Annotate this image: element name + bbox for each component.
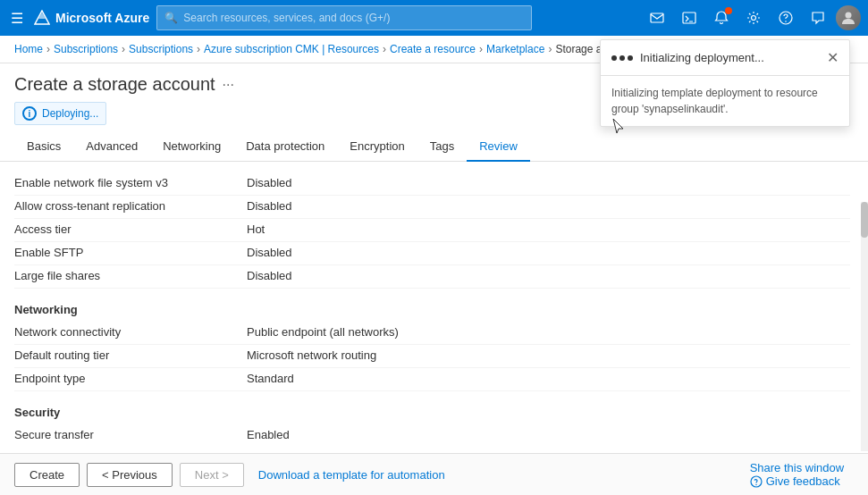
page-title: Create a storage account	[14, 74, 215, 95]
section-security: Security Secure transfer Enabled Allow s…	[14, 406, 850, 444]
notification-icon-btn[interactable]	[707, 4, 736, 32]
automation-template-link[interactable]: Download a template for automation	[258, 468, 445, 482]
setting-row-access-tier: Access tier Hot	[14, 219, 850, 242]
setting-row-nfs: Enable network file system v3 Disabled	[14, 172, 850, 196]
notification-dots	[611, 55, 633, 61]
breadcrumb-sep-2: ›	[122, 43, 125, 55]
search-bar[interactable]: 🔍 Search resources, services, and docs (…	[156, 5, 532, 30]
hamburger-icon[interactable]: ☰	[7, 6, 27, 30]
setting-value-replication: Disabled	[247, 199, 292, 213]
settings-icon	[746, 11, 761, 25]
tab-encryption[interactable]: Encryption	[337, 132, 417, 162]
user-avatar[interactable]	[836, 5, 861, 30]
azure-logo: Microsoft Azure	[34, 10, 149, 26]
setting-label-secure-transfer: Secure transfer	[14, 428, 247, 441]
setting-label-sftp: Enable SFTP	[14, 246, 247, 259]
setting-value-routing: Microsoft network routing	[247, 348, 376, 362]
search-icon: 🔍	[164, 12, 178, 24]
svg-rect-0	[651, 13, 663, 22]
notification-body: Initializing template deployment to reso…	[601, 76, 849, 126]
setting-row-connectivity: Network connectivity Public endpoint (al…	[14, 322, 850, 345]
breadcrumb-sep-3: ›	[197, 43, 200, 55]
notification-header: Initializing deployment... ✕	[601, 40, 849, 76]
breadcrumb-subscriptions-1[interactable]: Subscriptions	[54, 43, 118, 55]
settings-icon-btn[interactable]	[739, 4, 768, 32]
next-button[interactable]: Next >	[180, 463, 244, 487]
networking-heading: Networking	[14, 303, 850, 316]
setting-label-access-tier: Access tier	[14, 222, 247, 236]
setting-value-access-tier: Hot	[247, 222, 265, 236]
scrollbar-track[interactable]	[861, 202, 868, 451]
notif-dot-3	[628, 55, 633, 61]
tab-review[interactable]: Review	[467, 132, 530, 162]
setting-row-large-files: Large file shares Disabled	[14, 265, 850, 289]
tab-advanced[interactable]: Advanced	[73, 132, 150, 162]
breadcrumb-sep-5: ›	[479, 43, 483, 55]
tab-networking[interactable]: Networking	[150, 132, 233, 162]
scrollbar-thumb[interactable]	[861, 202, 868, 238]
section-networking: Networking Network connectivity Public e…	[14, 303, 850, 391]
setting-label-replication: Allow cross-tenant replication	[14, 199, 247, 213]
breadcrumb-home[interactable]: Home	[14, 43, 43, 55]
setting-row-endpoint: Endpoint type Standard	[14, 368, 850, 391]
section-advanced: Enable network file system v3 Disabled A…	[14, 172, 850, 289]
setting-value-connectivity: Public endpoint (all networks)	[247, 325, 399, 339]
azure-logo-icon	[34, 10, 50, 26]
setting-value-endpoint: Standard	[247, 372, 294, 385]
feedback-icon-btn[interactable]	[804, 4, 832, 32]
breadcrumb-subscriptions-2[interactable]: Subscriptions	[129, 43, 193, 55]
notification-title: Initializing deployment...	[640, 51, 820, 64]
breadcrumb-marketplace[interactable]: Marketplace	[486, 43, 544, 55]
breadcrumb-sep-6: ›	[548, 43, 552, 55]
email-icon	[650, 11, 664, 25]
help-icon-btn[interactable]	[771, 4, 800, 32]
feedback-icon	[811, 11, 825, 25]
feedback-button[interactable]: Give feedback	[750, 474, 840, 488]
setting-label-nfs: Enable network file system v3	[14, 176, 247, 189]
content-area: Enable network file system v3 Disabled A…	[0, 162, 868, 444]
notification-close-button[interactable]: ✕	[827, 49, 839, 66]
create-button[interactable]: Create	[14, 463, 80, 487]
setting-label-large-files: Large file shares	[14, 269, 247, 282]
breadcrumb-sep-1: ›	[46, 43, 50, 55]
setting-label-routing: Default routing tier	[14, 348, 247, 362]
info-icon: i	[22, 106, 37, 121]
feedback-label: Give feedback	[766, 474, 840, 488]
previous-button[interactable]: < Previous	[87, 463, 173, 487]
feedback-icon-footer	[750, 475, 763, 488]
more-options-icon[interactable]: ···	[223, 77, 234, 93]
terminal-icon	[682, 11, 696, 25]
security-heading: Security	[14, 406, 850, 419]
setting-row-routing: Default routing tier Microsoft network r…	[14, 345, 850, 368]
svg-point-6	[755, 483, 756, 484]
setting-value-sftp: Disabled	[247, 246, 292, 259]
tab-tags[interactable]: Tags	[417, 132, 467, 162]
deploying-label: Deploying...	[42, 107, 98, 120]
top-nav: ☰ Microsoft Azure 🔍 Search resources, se…	[0, 0, 868, 36]
terminal-icon-btn[interactable]	[675, 4, 704, 32]
breadcrumb-azure-cmk[interactable]: Azure subscription CMK | Resources	[204, 43, 379, 55]
email-icon-btn[interactable]	[643, 4, 671, 32]
notif-dot-2	[619, 55, 625, 61]
notification-popup: Initializing deployment... ✕ Initializin…	[600, 39, 850, 127]
setting-value-secure-transfer: Enabled	[247, 428, 290, 441]
avatar-icon	[840, 10, 856, 26]
setting-row-sftp: Enable SFTP Disabled	[14, 242, 850, 265]
svg-point-4	[785, 21, 787, 22]
nav-icons	[643, 4, 861, 32]
deploying-bar: i Deploying...	[14, 102, 106, 125]
tab-basics[interactable]: Basics	[14, 132, 73, 162]
setting-row-secure-transfer: Secure transfer Enabled	[14, 424, 850, 444]
notif-dot-1	[611, 55, 617, 61]
setting-row-replication: Allow cross-tenant replication Disabled	[14, 196, 850, 219]
tab-data-protection[interactable]: Data protection	[233, 132, 337, 162]
notification-badge	[725, 7, 732, 14]
breadcrumb-sep-4: ›	[383, 43, 386, 55]
tabs: Basics Advanced Networking Data protecti…	[0, 132, 868, 162]
footer-right: Share this window Give feedback	[750, 461, 854, 488]
setting-label-connectivity: Network connectivity	[14, 325, 247, 339]
app-name: Microsoft Azure	[55, 11, 149, 25]
share-window-button[interactable]: Share this window	[750, 461, 845, 474]
svg-point-2	[752, 16, 756, 21]
breadcrumb-create-resource[interactable]: Create a resource	[390, 43, 476, 55]
